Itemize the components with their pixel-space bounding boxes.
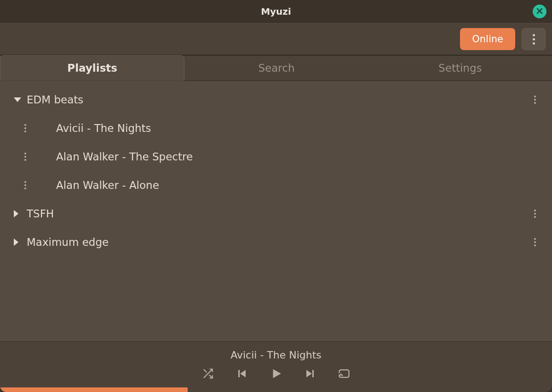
playlist-name[interactable]: EDM beats xyxy=(27,94,528,106)
app-title: Myuzi xyxy=(0,6,552,17)
titlebar[interactable]: Myuzi xyxy=(0,0,552,23)
chevron-down-icon xyxy=(14,97,21,102)
close-icon xyxy=(536,7,543,16)
svg-rect-4 xyxy=(238,370,240,377)
skip-back-icon xyxy=(236,368,247,381)
player-bar: Avicii - The Nights xyxy=(0,341,552,387)
three-dots-icon xyxy=(24,153,26,161)
track-title[interactable]: Avicii - The Nights xyxy=(56,122,542,134)
now-playing-label: Avicii - The Nights xyxy=(230,349,322,361)
tab-label: Settings xyxy=(438,62,482,74)
track-title[interactable]: Alan Walker - Alone xyxy=(56,179,542,191)
chevron-right-icon xyxy=(14,210,18,217)
expand-toggle[interactable] xyxy=(14,97,27,102)
tab-bar: Playlists Search Settings xyxy=(0,55,552,81)
tab-playlists[interactable]: Playlists xyxy=(0,55,184,80)
chevron-right-icon xyxy=(14,239,18,246)
shuffle-icon xyxy=(202,368,214,381)
playlist-row: Maximum edge xyxy=(14,228,542,256)
track-menu-button[interactable] xyxy=(18,153,32,161)
tab-settings[interactable]: Settings xyxy=(368,56,552,81)
previous-button[interactable] xyxy=(235,367,249,382)
next-button[interactable] xyxy=(303,367,317,382)
three-dots-icon xyxy=(534,210,536,218)
play-button[interactable] xyxy=(269,367,283,382)
hamburger-menu-button[interactable] xyxy=(522,28,546,50)
three-dots-icon xyxy=(24,181,26,189)
playlist-pane: EDM beats Avicii - The Nights Alan Walke… xyxy=(0,81,552,341)
playlist-name[interactable]: TSFH xyxy=(27,208,528,220)
svg-rect-7 xyxy=(312,370,314,377)
tab-search[interactable]: Search xyxy=(184,56,368,81)
svg-marker-6 xyxy=(306,370,312,377)
skip-forward-icon xyxy=(305,368,316,381)
playlist-row: TSFH xyxy=(14,199,542,228)
expand-toggle[interactable] xyxy=(14,210,27,217)
track-row: Avicii - The Nights xyxy=(14,114,542,142)
close-button[interactable] xyxy=(533,5,546,18)
repeat-button[interactable] xyxy=(337,367,351,382)
progress-bar[interactable] xyxy=(0,387,552,392)
track-row: Alan Walker - Alone xyxy=(14,171,542,199)
playlist-row: EDM beats xyxy=(14,85,542,114)
svg-marker-5 xyxy=(273,369,281,378)
repeat-icon xyxy=(338,368,351,381)
track-menu-button[interactable] xyxy=(18,124,32,132)
expand-toggle[interactable] xyxy=(14,239,27,246)
three-dots-icon xyxy=(533,34,535,45)
three-dots-icon xyxy=(534,96,536,104)
online-button-label: Online xyxy=(472,34,503,45)
playlist-menu-button[interactable] xyxy=(528,238,542,246)
header-bar: Online xyxy=(0,23,552,55)
tab-label: Search xyxy=(258,62,294,74)
play-icon xyxy=(270,368,282,381)
track-row: Alan Walker - The Spectre xyxy=(14,142,542,171)
track-menu-button[interactable] xyxy=(18,181,32,189)
app-window: Myuzi Online Playlists Search Settings xyxy=(0,0,552,392)
shuffle-button[interactable] xyxy=(201,367,215,382)
player-controls xyxy=(201,367,351,382)
playlist-menu-button[interactable] xyxy=(528,96,542,104)
three-dots-icon xyxy=(534,238,536,246)
progress-fill xyxy=(0,387,188,392)
playlist-name[interactable]: Maximum edge xyxy=(27,236,528,248)
online-button[interactable]: Online xyxy=(460,28,515,50)
playlist-menu-button[interactable] xyxy=(528,210,542,218)
svg-marker-3 xyxy=(240,370,246,377)
three-dots-icon xyxy=(24,124,26,132)
svg-line-2 xyxy=(204,369,206,372)
tab-label: Playlists xyxy=(67,62,117,74)
track-title[interactable]: Alan Walker - The Spectre xyxy=(56,151,542,163)
